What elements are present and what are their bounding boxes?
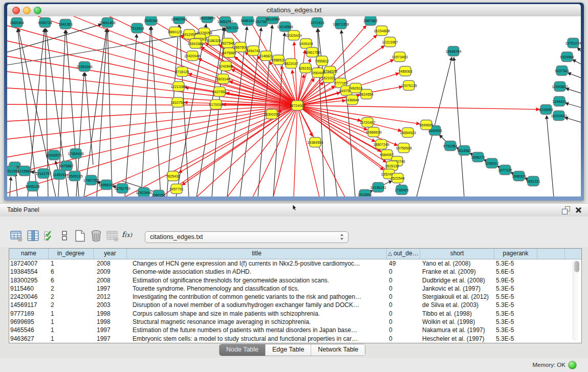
tab-network-table[interactable]: Network Table — [311, 344, 365, 356]
cell-in_degree[interactable]: 1 — [49, 310, 94, 318]
cell-filler[interactable] — [537, 310, 565, 318]
citation-edge-black[interactable] — [565, 103, 581, 107]
cell-short[interactable]: Yano et al. (2008) — [420, 259, 494, 268]
citation-edge-red[interactable] — [227, 105, 297, 196]
graph-node-1677135[interactable]: 1677135 — [498, 165, 512, 175]
graph-node-19218586[interactable]: 19218586 — [277, 22, 293, 32]
graph-node-12213383[interactable]: 12213383 — [170, 82, 186, 92]
citation-edge-black[interactable] — [85, 73, 93, 165]
cell-year[interactable]: 2012 — [94, 293, 127, 301]
cell-year[interactable]: 2009 — [94, 268, 127, 276]
cell-year[interactable]: 2008 — [94, 276, 127, 285]
cell-filler[interactable] — [537, 259, 565, 268]
column-header-short[interactable]: short — [420, 249, 494, 259]
tab-node-table[interactable]: Node Table — [220, 344, 265, 356]
cell-filler[interactable] — [537, 326, 565, 334]
graph-node-20691406[interactable]: 20691406 — [99, 18, 115, 28]
graph-node-9329966[interactable]: 9329966 — [560, 52, 574, 62]
cell-in_degree[interactable]: 1 — [49, 326, 94, 334]
table-row[interactable]: 969969511998Structural magnetic resonanc… — [9, 318, 581, 326]
graph-node-2522544[interactable]: 2522544 — [390, 173, 404, 183]
cell-name[interactable]: 9465546 — [9, 326, 49, 334]
graph-node-9227343[interactable]: 9227343 — [555, 66, 569, 76]
cell-out_de…[interactable]: 0 — [387, 276, 420, 285]
graph-node-18300295[interactable]: 18300295 — [264, 110, 279, 119]
graph-node-18724007[interactable]: 18724007 — [289, 101, 305, 111]
close-panel-button[interactable] — [575, 206, 582, 213]
graph-node-391159[interactable]: 391159 — [7, 166, 17, 176]
graph-node-10973493[interactable]: 10973493 — [391, 52, 407, 62]
cell-out_de…[interactable]: 0 — [387, 301, 420, 309]
cell-pagerank[interactable]: 5.3E-5 — [494, 301, 537, 309]
float-panel-button[interactable] — [561, 206, 570, 214]
graph-node-1810754[interactable]: 1810754 — [170, 98, 184, 107]
graph-node-20206576[interactable]: 20206576 — [46, 150, 61, 160]
cell-filler[interactable] — [537, 301, 565, 309]
cell-out_de…[interactable]: 0 — [387, 268, 420, 276]
cell-name[interactable]: 18724007 — [9, 259, 49, 268]
cell-short[interactable]: Stergiakouli et al. (2012) — [420, 293, 494, 301]
cell-out_de…[interactable]: 0 — [387, 285, 420, 293]
delete-table-button-disabled[interactable] — [105, 229, 120, 243]
graph-node-9451221[interactable]: 9451221 — [526, 177, 540, 186]
memory-ok-indicator[interactable] — [568, 361, 577, 369]
column-header-out_de…[interactable]: △out_de… — [387, 249, 420, 259]
citation-edge-red[interactable] — [7, 56, 297, 105]
cell-year[interactable]: 2003 — [94, 301, 127, 309]
citation-edge-red[interactable] — [297, 105, 539, 110]
citation-edge-black[interactable] — [167, 25, 179, 196]
graph-node-16648784[interactable]: 16648784 — [445, 47, 461, 56]
graph-node-9466163[interactable]: 9466163 — [241, 16, 254, 26]
cell-title[interactable]: Investigating the contribution of common… — [127, 293, 387, 301]
cell-title[interactable]: Structural magnetic resonance image aver… — [127, 318, 387, 326]
cell-year[interactable]: 1998 — [94, 310, 127, 318]
citation-edge-black[interactable] — [568, 73, 581, 78]
graph-node-16961758[interactable]: 16961758 — [304, 48, 320, 57]
graph-node-8813054[interactable]: 8813054 — [266, 16, 279, 24]
graph-node-8186328[interactable]: 8186328 — [207, 36, 221, 46]
graph-node-1696329[interactable]: 1696329 — [512, 171, 526, 181]
graph-node-1841363[interactable]: 1841363 — [58, 19, 72, 29]
column-header-pagerank[interactable]: pagerank — [494, 249, 537, 259]
graph-node-9055734[interactable]: 9055734 — [38, 18, 52, 28]
column-header-title[interactable]: title — [127, 249, 387, 259]
graph-node-9699695[interactable]: 9699695 — [419, 120, 433, 130]
graph-node-12213967[interactable]: 12213967 — [382, 37, 398, 47]
graph-node-2718126[interactable]: 2718126 — [175, 67, 189, 77]
graph-node-15720407[interactable]: 15720407 — [359, 118, 375, 127]
cell-short[interactable]: Franke et al. (2009) — [420, 268, 494, 276]
network-canvas[interactable]: 1669344905573418413632069140675133142595… — [7, 16, 581, 196]
cell-short[interactable]: Wolkin et al. (1998) — [420, 318, 494, 326]
cell-in_degree[interactable]: 6 — [49, 268, 94, 276]
cell-pagerank[interactable]: 5.5E-5 — [494, 293, 537, 301]
cell-name[interactable]: 9115460 — [9, 285, 49, 293]
graph-node-9975887[interactable]: 9975887 — [59, 161, 73, 171]
cell-filler[interactable] — [537, 318, 565, 326]
cell-short[interactable]: Tibbo et al. (1998) — [420, 310, 494, 318]
graph-node-1733426[interactable]: 1733426 — [395, 185, 408, 195]
cell-pagerank[interactable]: 5.9E-5 — [494, 276, 537, 285]
column-header-name[interactable]: name — [9, 249, 49, 259]
graph-node-2803144[interactable]: 2803144 — [216, 74, 230, 84]
cell-pagerank[interactable]: 5.3E-5 — [494, 285, 537, 293]
graph-node-8454743[interactable]: 8454743 — [246, 46, 260, 56]
cell-out_de…[interactable]: 0 — [387, 335, 420, 343]
citation-edge-red[interactable] — [7, 105, 297, 175]
cell-pagerank[interactable]: 5.3E-5 — [494, 259, 537, 268]
graph-node-1215683[interactable]: 1215683 — [17, 166, 31, 176]
graph-node-1244415[interactable]: 1244415 — [552, 97, 566, 106]
table-row[interactable]: 977716911998Corpus callosum shape and si… — [9, 310, 581, 318]
table-settings-button[interactable] — [9, 229, 24, 243]
cell-in_degree[interactable]: 1 — [49, 318, 94, 326]
cell-out_de…[interactable]: 0 — [387, 310, 420, 318]
graph-node-1669344[interactable]: 1669344 — [10, 18, 24, 28]
graph-node-17957253[interactable]: 17957253 — [83, 176, 99, 185]
graph-node-2060355[interactable]: 2060355 — [151, 190, 165, 197]
cell-short[interactable]: Hescheler et al. (1997) — [420, 335, 494, 343]
table-row[interactable]: 911546021997Tourette syndrome. Phenomeno… — [9, 285, 581, 293]
graph-node-9242848[interactable]: 9242848 — [219, 61, 232, 71]
cell-title[interactable]: Disruption of a novel member of a sodium… — [127, 301, 387, 309]
cell-out_de…[interactable]: 0 — [387, 293, 420, 301]
graph-node-8215953[interactable]: 8215953 — [539, 105, 553, 115]
graph-node-2887682[interactable]: 2887682 — [363, 16, 377, 26]
